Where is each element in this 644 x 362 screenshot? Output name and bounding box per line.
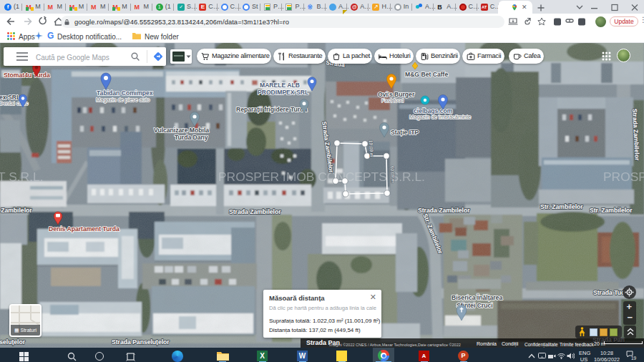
svg-text:Tabidan Comimpex: Tabidan Comimpex: [97, 89, 153, 97]
svg-text:19,09 m: 19,09 m: [369, 140, 374, 157]
svg-text:a Zambilelor: a Zambilelor: [0, 207, 32, 214]
svg-text:Fast food: Fast food: [381, 97, 404, 104]
svg-text:Str. Zambilelor: Str. Zambilelor: [590, 207, 633, 214]
svg-text:Magazin de îmbrăcăminte: Magazin de îmbrăcăminte: [409, 114, 471, 120]
svg-text:Stomat4u Turda: Stomat4u Turda: [4, 72, 50, 79]
svg-text:nseluțelor: nseluțelor: [0, 338, 26, 346]
svg-text:Magazin de piese auto: Magazin de piese auto: [96, 97, 150, 103]
svg-text:T Ș.R.L.: T Ș.R.L.: [0, 170, 43, 184]
svg-text:MARELE ALB: MARELE ALB: [260, 82, 300, 89]
svg-text:M&G Bet Caffe: M&G Bet Caffe: [405, 71, 448, 78]
svg-text:Strada Zambilelor: Strada Zambilelor: [229, 208, 281, 215]
svg-text:PROSPER: PROSPER: [603, 170, 644, 184]
svg-text:Biserica Înălțarea: Biserica Înălțarea: [452, 293, 502, 301]
svg-text:Reparații frigidere Turda: Reparații frigidere Turda: [236, 106, 307, 113]
svg-text:Vulcanizare Mobila: Vulcanizare Mobila: [154, 127, 209, 134]
svg-text:Stație ITP: Stație ITP: [391, 129, 419, 136]
svg-text:Str. Zambilelor: Str. Zambilelor: [540, 203, 583, 210]
svg-text:Denis Apartament Turda: Denis Apartament Turda: [49, 225, 119, 233]
svg-text:Turda Dany: Turda Dany: [175, 134, 208, 141]
svg-text:Strada Panseluțelor: Strada Panseluțelor: [112, 338, 170, 346]
svg-text:60,09 m: 60,09 m: [390, 166, 396, 183]
svg-text:PRODIMPEX SRL: PRODIMPEX SRL: [258, 89, 308, 96]
